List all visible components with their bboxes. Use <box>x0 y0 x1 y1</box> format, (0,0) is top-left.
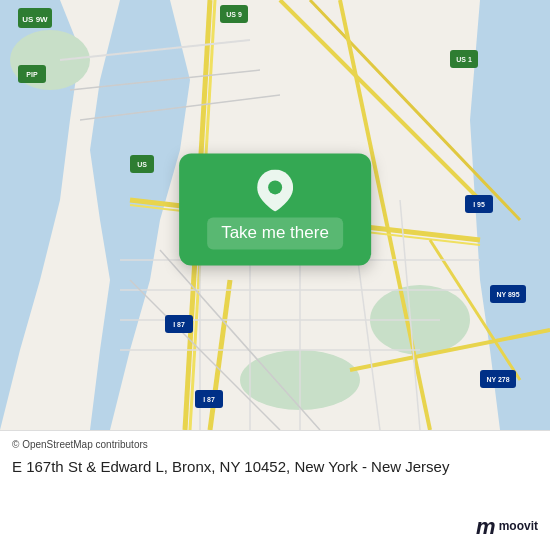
svg-text:NY 895: NY 895 <box>496 291 519 298</box>
navigation-card: Take me there <box>179 153 371 265</box>
svg-text:US: US <box>137 161 147 168</box>
svg-text:I 95: I 95 <box>473 201 485 208</box>
svg-text:I 87: I 87 <box>203 396 215 403</box>
location-pin-icon <box>256 171 294 209</box>
svg-text:US 9: US 9 <box>226 11 242 18</box>
osm-credit: © OpenStreetMap contributors <box>12 439 538 450</box>
svg-text:US 1: US 1 <box>456 56 472 63</box>
map-view: US 9W US 9 US 1 PIP US I 95 I 87 I 87 NY… <box>0 0 550 430</box>
svg-text:NY 278: NY 278 <box>486 376 509 383</box>
address-text: E 167th St & Edward L, Bronx, NY 10452, … <box>12 456 538 477</box>
svg-text:US 9W: US 9W <box>22 15 48 24</box>
svg-point-51 <box>268 180 282 194</box>
moovit-logo: m moovit <box>476 514 538 540</box>
moovit-m-letter: m <box>476 514 496 540</box>
svg-text:PIP: PIP <box>26 71 38 78</box>
moovit-brand-text: moovit <box>499 520 538 533</box>
svg-text:I 87: I 87 <box>173 321 185 328</box>
take-me-there-button[interactable]: Take me there <box>207 217 343 249</box>
info-bar: © OpenStreetMap contributors E 167th St … <box>0 430 550 550</box>
